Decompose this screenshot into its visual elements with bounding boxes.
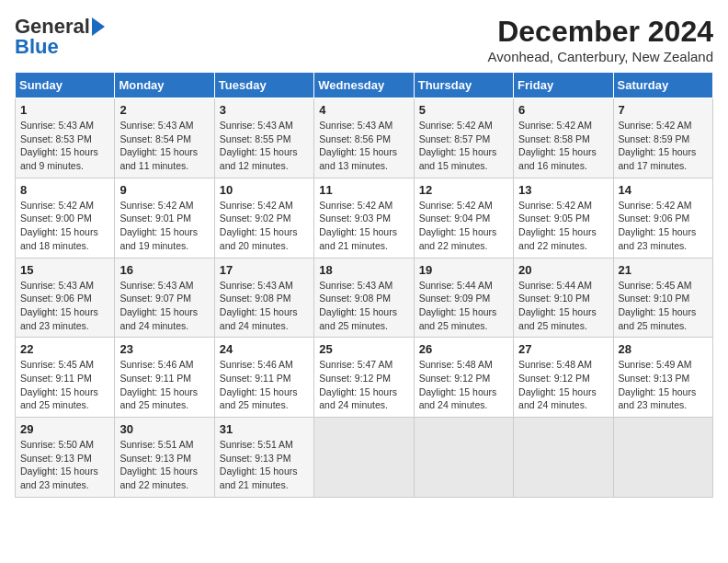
day-number: 26 — [419, 342, 508, 356]
calendar-day-cell: 29 Sunrise: 5:50 AMSunset: 9:13 PMDaylig… — [16, 418, 115, 498]
location-subtitle: Avonhead, Canterbury, New Zealand — [488, 49, 713, 64]
day-number: 6 — [518, 103, 608, 117]
calendar-day-cell: 21 Sunrise: 5:45 AMSunset: 9:10 PMDaylig… — [613, 258, 712, 338]
day-of-week-header: Friday — [514, 73, 613, 98]
day-number: 18 — [319, 263, 408, 277]
day-of-week-header: Sunday — [16, 73, 115, 98]
empty-cell — [613, 418, 712, 498]
day-number: 13 — [518, 183, 608, 197]
calendar-week-row: 8 Sunrise: 5:42 AMSunset: 9:00 PMDayligh… — [16, 178, 713, 258]
calendar-day-cell: 26 Sunrise: 5:48 AMSunset: 9:12 PMDaylig… — [414, 338, 513, 418]
day-number: 28 — [619, 342, 708, 356]
day-of-week-header: Tuesday — [214, 73, 313, 98]
day-of-week-header: Thursday — [414, 73, 513, 98]
calendar-day-cell: 11 Sunrise: 5:42 AMSunset: 9:03 PMDaylig… — [314, 178, 414, 258]
day-info: Sunrise: 5:42 AMSunset: 9:04 PMDaylight:… — [419, 199, 508, 253]
calendar-day-cell: 16 Sunrise: 5:43 AMSunset: 9:07 PMDaylig… — [115, 258, 214, 338]
empty-cell — [514, 418, 613, 498]
calendar-week-row: 15 Sunrise: 5:43 AMSunset: 9:06 PMDaylig… — [16, 258, 713, 338]
day-info: Sunrise: 5:42 AMSunset: 8:57 PMDaylight:… — [419, 119, 508, 173]
calendar-day-cell: 23 Sunrise: 5:46 AMSunset: 9:11 PMDaylig… — [115, 338, 214, 418]
calendar-table: SundayMondayTuesdayWednesdayThursdayFrid… — [15, 72, 713, 498]
day-number: 21 — [619, 263, 708, 277]
logo-arrow-icon — [92, 17, 105, 36]
day-number: 31 — [220, 422, 309, 436]
day-number: 30 — [119, 422, 209, 436]
day-number: 16 — [119, 263, 209, 277]
page-header: General Blue December 2024 Avonhead, Can… — [15, 15, 713, 64]
day-of-week-header: Saturday — [613, 73, 712, 98]
day-number: 7 — [619, 103, 708, 117]
calendar-week-row: 29 Sunrise: 5:50 AMSunset: 9:13 PMDaylig… — [16, 418, 713, 498]
day-info: Sunrise: 5:43 AMSunset: 8:55 PMDaylight:… — [220, 119, 309, 173]
day-of-week-header: Wednesday — [314, 73, 414, 98]
day-number: 9 — [119, 183, 209, 197]
calendar-day-cell: 24 Sunrise: 5:46 AMSunset: 9:11 PMDaylig… — [214, 338, 313, 418]
calendar-day-cell: 5 Sunrise: 5:42 AMSunset: 8:57 PMDayligh… — [414, 98, 513, 178]
day-info: Sunrise: 5:46 AMSunset: 9:11 PMDaylight:… — [119, 358, 209, 412]
day-number: 4 — [319, 103, 408, 117]
day-info: Sunrise: 5:48 AMSunset: 9:12 PMDaylight:… — [419, 358, 508, 412]
calendar-day-cell: 30 Sunrise: 5:51 AMSunset: 9:13 PMDaylig… — [115, 418, 214, 498]
empty-cell — [414, 418, 513, 498]
day-number: 2 — [119, 103, 209, 117]
day-info: Sunrise: 5:42 AMSunset: 9:00 PMDaylight:… — [20, 199, 109, 253]
calendar-body: 1 Sunrise: 5:43 AMSunset: 8:53 PMDayligh… — [16, 98, 713, 498]
day-info: Sunrise: 5:42 AMSunset: 9:01 PMDaylight:… — [119, 199, 209, 253]
day-info: Sunrise: 5:43 AMSunset: 8:56 PMDaylight:… — [319, 119, 408, 173]
day-info: Sunrise: 5:43 AMSunset: 8:53 PMDaylight:… — [20, 119, 109, 173]
day-info: Sunrise: 5:44 AMSunset: 9:10 PMDaylight:… — [518, 279, 608, 333]
day-number: 5 — [419, 103, 508, 117]
logo-blue: Blue — [15, 35, 59, 59]
day-info: Sunrise: 5:49 AMSunset: 9:13 PMDaylight:… — [619, 358, 708, 412]
day-number: 10 — [220, 183, 309, 197]
day-number: 3 — [220, 103, 309, 117]
day-info: Sunrise: 5:51 AMSunset: 9:13 PMDaylight:… — [119, 438, 209, 492]
day-info: Sunrise: 5:50 AMSunset: 9:13 PMDaylight:… — [20, 438, 109, 492]
day-info: Sunrise: 5:51 AMSunset: 9:13 PMDaylight:… — [220, 438, 309, 492]
day-of-week-header: Monday — [115, 73, 214, 98]
calendar-day-cell: 12 Sunrise: 5:42 AMSunset: 9:04 PMDaylig… — [414, 178, 513, 258]
day-number: 12 — [419, 183, 508, 197]
day-number: 8 — [20, 183, 109, 197]
calendar-day-cell: 27 Sunrise: 5:48 AMSunset: 9:12 PMDaylig… — [514, 338, 613, 418]
day-info: Sunrise: 5:42 AMSunset: 8:59 PMDaylight:… — [619, 119, 708, 173]
day-info: Sunrise: 5:45 AMSunset: 9:10 PMDaylight:… — [619, 279, 708, 333]
calendar-week-row: 1 Sunrise: 5:43 AMSunset: 8:53 PMDayligh… — [16, 98, 713, 178]
day-info: Sunrise: 5:43 AMSunset: 8:54 PMDaylight:… — [119, 119, 209, 173]
day-info: Sunrise: 5:42 AMSunset: 8:58 PMDaylight:… — [518, 119, 608, 173]
calendar-day-cell: 1 Sunrise: 5:43 AMSunset: 8:53 PMDayligh… — [16, 98, 115, 178]
day-number: 29 — [20, 422, 109, 436]
days-of-week-row: SundayMondayTuesdayWednesdayThursdayFrid… — [16, 73, 713, 98]
day-number: 22 — [20, 342, 109, 356]
day-info: Sunrise: 5:47 AMSunset: 9:12 PMDaylight:… — [319, 358, 408, 412]
day-info: Sunrise: 5:43 AMSunset: 9:07 PMDaylight:… — [119, 279, 209, 333]
calendar-day-cell: 15 Sunrise: 5:43 AMSunset: 9:06 PMDaylig… — [16, 258, 115, 338]
calendar-day-cell: 28 Sunrise: 5:49 AMSunset: 9:13 PMDaylig… — [613, 338, 712, 418]
calendar-day-cell: 22 Sunrise: 5:45 AMSunset: 9:11 PMDaylig… — [16, 338, 115, 418]
day-info: Sunrise: 5:43 AMSunset: 9:08 PMDaylight:… — [220, 279, 309, 333]
calendar-day-cell: 18 Sunrise: 5:43 AMSunset: 9:08 PMDaylig… — [314, 258, 414, 338]
day-info: Sunrise: 5:43 AMSunset: 9:06 PMDaylight:… — [20, 279, 109, 333]
day-number: 23 — [119, 342, 209, 356]
day-number: 14 — [619, 183, 708, 197]
calendar-day-cell: 17 Sunrise: 5:43 AMSunset: 9:08 PMDaylig… — [214, 258, 313, 338]
calendar-day-cell: 25 Sunrise: 5:47 AMSunset: 9:12 PMDaylig… — [314, 338, 414, 418]
calendar-day-cell: 4 Sunrise: 5:43 AMSunset: 8:56 PMDayligh… — [314, 98, 414, 178]
calendar-day-cell: 6 Sunrise: 5:42 AMSunset: 8:58 PMDayligh… — [514, 98, 613, 178]
logo: General Blue — [15, 15, 105, 59]
day-number: 24 — [220, 342, 309, 356]
day-info: Sunrise: 5:42 AMSunset: 9:06 PMDaylight:… — [619, 199, 708, 253]
day-info: Sunrise: 5:46 AMSunset: 9:11 PMDaylight:… — [220, 358, 309, 412]
calendar-day-cell: 9 Sunrise: 5:42 AMSunset: 9:01 PMDayligh… — [115, 178, 214, 258]
day-number: 15 — [20, 263, 109, 277]
calendar-day-cell: 8 Sunrise: 5:42 AMSunset: 9:00 PMDayligh… — [16, 178, 115, 258]
day-number: 1 — [20, 103, 109, 117]
calendar-header: SundayMondayTuesdayWednesdayThursdayFrid… — [16, 73, 713, 98]
day-info: Sunrise: 5:45 AMSunset: 9:11 PMDaylight:… — [20, 358, 109, 412]
day-info: Sunrise: 5:44 AMSunset: 9:09 PMDaylight:… — [419, 279, 508, 333]
calendar-day-cell: 3 Sunrise: 5:43 AMSunset: 8:55 PMDayligh… — [214, 98, 313, 178]
title-block: December 2024 Avonhead, Canterbury, New … — [488, 15, 713, 64]
calendar-day-cell: 20 Sunrise: 5:44 AMSunset: 9:10 PMDaylig… — [514, 258, 613, 338]
day-info: Sunrise: 5:48 AMSunset: 9:12 PMDaylight:… — [518, 358, 608, 412]
